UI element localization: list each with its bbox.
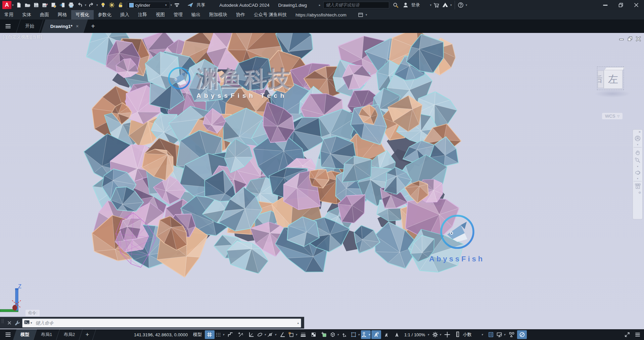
autodesk-caret-icon[interactable]: ▾ xyxy=(450,3,452,7)
snap-mode-toggle[interactable]: ▾ xyxy=(215,330,225,339)
window-close-button[interactable] xyxy=(629,0,644,10)
visual-style-dropdown[interactable]: cylinder ▾ xyxy=(127,2,170,9)
zoom-caret-icon[interactable]: ▾ xyxy=(634,164,641,168)
ribbon-tab-10[interactable]: 管理 xyxy=(169,10,187,19)
login-button[interactable]: 登录 ▾ xyxy=(401,1,432,9)
lock-ui-monitor-icon[interactable]: ▾ xyxy=(496,330,506,339)
ribbon-tab-14[interactable]: 公众号 渊鱼科技 xyxy=(249,10,291,19)
3d-object-snap-toggle[interactable]: ▾ xyxy=(330,330,339,339)
command-input-wrap[interactable]: ▾ ▴ xyxy=(22,318,301,328)
command-tools-wrench-icon[interactable] xyxy=(13,318,21,327)
object-snap-toggle[interactable]: ▾ xyxy=(267,330,277,339)
command-bar[interactable]: ▾ ▴ xyxy=(0,317,304,329)
ribbon-tab-15[interactable]: https://abyssfishtech.com xyxy=(291,10,351,19)
tab-layout1[interactable]: 布局1 xyxy=(34,329,60,340)
gizmo-toggle[interactable]: ▾ xyxy=(361,330,371,339)
polar-tracking-toggle[interactable] xyxy=(236,330,246,339)
dynamic-ucs-toggle[interactable] xyxy=(340,330,350,339)
search-input[interactable] xyxy=(323,2,389,8)
isolate-objects-shapes-icon[interactable] xyxy=(507,330,516,339)
drawing-viewport[interactable]: 渊鱼科技 AbyssFish Tech AbyssFish [-][自定义视图]… xyxy=(0,33,644,329)
object-snap-tracking-toggle[interactable] xyxy=(246,330,256,339)
window-restore-button[interactable] xyxy=(613,0,629,10)
isolate-objects-toggle[interactable] xyxy=(517,330,527,339)
print-button[interactable] xyxy=(67,1,76,9)
autoscale-toggle[interactable] xyxy=(382,330,392,339)
ribbon-tab-2[interactable]: 实体 xyxy=(18,10,36,19)
orbit-caret-icon[interactable]: ▾ xyxy=(634,176,641,180)
navbar-minimize-icon[interactable]: ⊖ xyxy=(637,190,642,195)
navbar-close-icon[interactable]: ✕ xyxy=(637,130,642,134)
pan-hand-icon[interactable] xyxy=(634,148,641,156)
tab-close-icon[interactable]: × xyxy=(76,24,79,29)
undo-button[interactable] xyxy=(76,1,84,9)
dynamic-input-toggle[interactable] xyxy=(278,330,287,339)
ribbon-collapse-icon[interactable] xyxy=(356,10,365,19)
annotation-visibility-toggle[interactable] xyxy=(371,330,381,339)
ribbon-tab-12[interactable]: 附加模块 xyxy=(205,10,232,19)
quick-properties-icon[interactable] xyxy=(486,330,496,339)
bulb-icon[interactable] xyxy=(99,1,107,9)
navigation-bar[interactable]: ✕ ▾ ▾ ▾ ⊖ xyxy=(633,129,643,219)
new-file-button[interactable] xyxy=(14,1,23,9)
viewport-restore-icon[interactable] xyxy=(627,36,633,41)
customize-qat-icon[interactable] xyxy=(173,1,181,9)
command-history-up-icon[interactable]: ▴ xyxy=(297,321,299,325)
viewcube[interactable]: 后 左 xyxy=(597,64,629,101)
save-button[interactable] xyxy=(32,1,41,9)
transparency-toggle[interactable] xyxy=(309,330,319,339)
annotation-objects-toggle[interactable]: ▾ xyxy=(288,330,298,339)
wcs-dropdown[interactable]: WCS ▽ xyxy=(602,113,623,119)
search-icon[interactable] xyxy=(391,1,400,9)
share-button[interactable]: 共享 xyxy=(186,1,205,9)
annotation-scale-icon[interactable] xyxy=(392,330,402,339)
logo-menu-caret-icon[interactable]: ▾ xyxy=(12,3,14,7)
ribbon-collapse-caret-icon[interactable]: ▾ xyxy=(366,13,367,16)
customization-menu-icon[interactable] xyxy=(633,330,642,339)
command-bar-grip[interactable] xyxy=(1,318,5,327)
ribbon-tab-13[interactable]: 协作 xyxy=(232,10,249,19)
open-file-button[interactable] xyxy=(23,1,32,9)
command-prompt-icon[interactable] xyxy=(24,319,30,327)
autocad-logo[interactable]: A xyxy=(2,1,11,9)
zoom-icon[interactable] xyxy=(634,156,641,164)
ribbon-tab-3[interactable]: 曲面 xyxy=(36,10,53,19)
window-minimize-button[interactable] xyxy=(598,0,613,10)
command-input[interactable] xyxy=(33,321,297,326)
ribbon-tab-8[interactable]: 注释 xyxy=(134,10,151,19)
help-caret-icon[interactable]: ▾ xyxy=(466,3,467,7)
model-space-toggle[interactable]: 模型 xyxy=(190,330,204,339)
redo-caret-icon[interactable]: ▾ xyxy=(96,3,98,7)
selection-cycling-toggle[interactable] xyxy=(319,330,329,339)
showmotion-icon[interactable] xyxy=(634,182,641,190)
annotation-scale-value[interactable]: 1:1 / 100%▾ xyxy=(402,332,432,337)
ortho-mode-toggle[interactable] xyxy=(226,330,235,339)
recent-commands-caret-icon[interactable]: ▾ xyxy=(31,321,32,325)
lineweight-toggle[interactable] xyxy=(298,330,308,339)
undo-caret-icon[interactable]: ▾ xyxy=(85,3,87,7)
tab-start[interactable]: 开始 xyxy=(16,19,44,33)
command-bar-close-icon[interactable] xyxy=(5,318,13,327)
new-drawing-tab-button[interactable]: + xyxy=(86,19,100,33)
app-store-cart-icon[interactable] xyxy=(432,1,441,9)
layout-menu-icon[interactable] xyxy=(1,329,15,340)
tab-layout2[interactable]: 布局2 xyxy=(56,329,83,340)
ribbon-tab-7[interactable]: 插入 xyxy=(116,10,134,19)
ribbon-tab-9[interactable]: 视图 xyxy=(151,10,169,19)
plot-batch-button[interactable] xyxy=(49,1,58,9)
redo-button[interactable] xyxy=(87,1,96,9)
help-icon[interactable] xyxy=(456,1,465,9)
mobile-upload-button[interactable] xyxy=(58,1,67,9)
ribbon-tab-1[interactable]: 常用 xyxy=(0,10,18,19)
tab-drawing1[interactable]: Drawing1* × xyxy=(41,19,88,33)
search-expand-icon[interactable]: ▸ xyxy=(319,3,321,7)
selection-filtering-toggle[interactable]: ▾ xyxy=(351,330,360,339)
wheel-caret-icon[interactable]: ▾ xyxy=(634,142,641,146)
ribbon-tab-4[interactable]: 网格 xyxy=(53,10,71,19)
viewport-minimize-icon[interactable] xyxy=(619,36,625,41)
unlock-icon[interactable] xyxy=(116,1,125,9)
annotation-monitor-crosshair-icon[interactable] xyxy=(443,330,452,339)
units-dropdown[interactable]: 小数▾ xyxy=(453,331,486,338)
sun-brightness-icon[interactable] xyxy=(107,1,116,9)
ribbon-tab-6[interactable]: 参数化 xyxy=(94,10,116,19)
